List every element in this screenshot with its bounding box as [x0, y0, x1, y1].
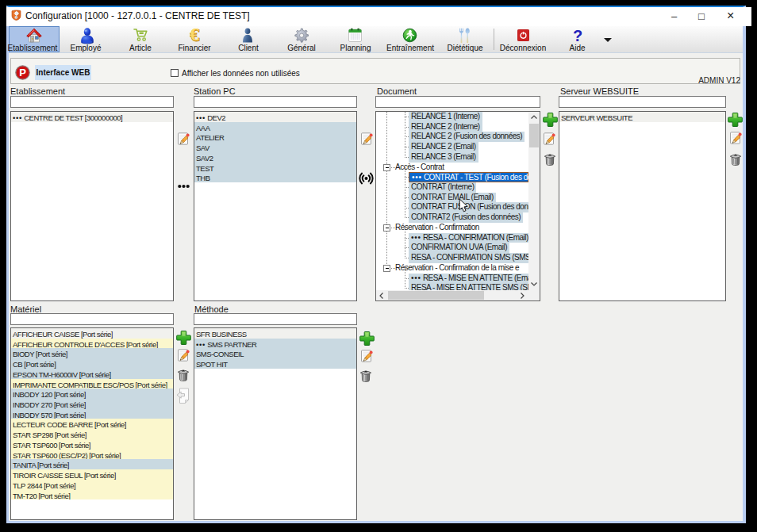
- svg-text:€: €: [190, 26, 199, 43]
- svg-text:P: P: [19, 67, 26, 78]
